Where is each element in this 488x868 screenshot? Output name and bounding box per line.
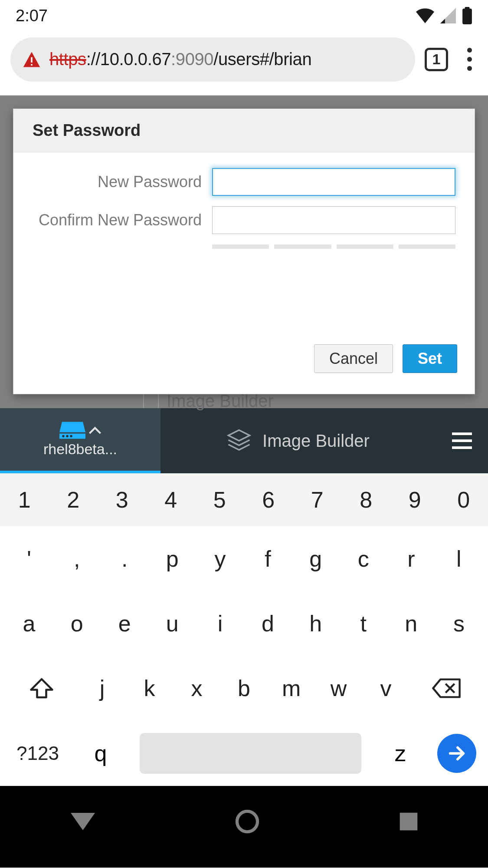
key-v[interactable]: v (362, 656, 409, 721)
set-password-modal: Set Password New Password Confirm New Pa… (13, 109, 475, 394)
phone-statusbar: 2:07 (0, 0, 488, 31)
key-o[interactable]: o (53, 591, 101, 656)
key-shift[interactable] (5, 656, 79, 721)
svg-point-7 (70, 435, 72, 437)
kb-tab-builder[interactable]: Image Builder (160, 429, 436, 453)
key-0[interactable]: 0 (439, 473, 488, 526)
backspace-icon (432, 678, 461, 699)
key-h[interactable]: h (292, 591, 340, 656)
insecure-warning-icon (23, 50, 41, 69)
kb-builder-label: Image Builder (262, 431, 370, 451)
nav-recents-button[interactable] (398, 811, 419, 834)
layers-icon (227, 429, 251, 453)
key-period[interactable]: . (101, 526, 148, 591)
key-8[interactable]: 8 (342, 473, 391, 526)
key-i[interactable]: i (196, 591, 244, 656)
key-6[interactable]: 6 (244, 473, 293, 526)
key-5[interactable]: 5 (195, 473, 244, 526)
key-m[interactable]: m (268, 656, 315, 721)
key-y[interactable]: y (196, 526, 244, 591)
confirm-password-row: Confirm New Password (33, 206, 455, 234)
svg-rect-2 (31, 57, 33, 62)
key-u[interactable]: u (148, 591, 196, 656)
keyboard-row-3: j k x b m w v (0, 656, 488, 721)
nav-back-button[interactable] (69, 811, 97, 834)
key-x[interactable]: x (173, 656, 220, 721)
kb-tab-label: rhel8beta... (43, 441, 117, 458)
svg-rect-9 (400, 813, 418, 831)
password-strength-meter (212, 244, 455, 249)
key-f[interactable]: f (244, 526, 291, 591)
android-navbar (0, 786, 488, 868)
key-4[interactable]: 4 (147, 473, 196, 526)
key-j[interactable]: j (79, 656, 126, 721)
shift-icon (29, 676, 54, 700)
key-a[interactable]: a (5, 591, 53, 656)
cell-icon (440, 8, 456, 23)
keyboard-row-2: a o e u i d h t n s (0, 591, 488, 656)
key-2[interactable]: 2 (49, 473, 98, 526)
square-icon (398, 811, 419, 832)
page-area: Image Builder Set Password New Password … (0, 96, 488, 408)
key-backspace[interactable] (409, 656, 483, 721)
confirm-password-input[interactable] (212, 206, 455, 234)
modal-footer: Cancel Set (13, 334, 475, 394)
key-s[interactable]: s (435, 591, 483, 656)
key-9[interactable]: 9 (390, 473, 439, 526)
key-c[interactable]: c (340, 526, 387, 591)
key-r[interactable]: r (387, 526, 435, 591)
circle-icon (235, 809, 260, 834)
key-p[interactable]: p (148, 526, 196, 591)
key-comma[interactable]: , (53, 526, 101, 591)
chevron-up-icon (89, 426, 101, 434)
svg-point-8 (237, 811, 258, 832)
key-l[interactable]: l (435, 526, 483, 591)
svg-rect-3 (31, 64, 33, 66)
key-w[interactable]: w (315, 656, 362, 721)
cancel-button[interactable]: Cancel (314, 344, 393, 373)
modal-title: Set Password (13, 109, 475, 152)
browser-menu-button[interactable] (458, 48, 481, 71)
modal-body: New Password Confirm New Password (13, 152, 475, 334)
battery-icon (462, 7, 472, 24)
key-n[interactable]: n (387, 591, 435, 656)
key-q[interactable]: q (75, 740, 127, 766)
key-apostrophe[interactable]: ' (5, 526, 53, 591)
tab-switcher[interactable]: 1 (425, 48, 448, 71)
keyboard-menu-button[interactable] (436, 432, 488, 449)
status-icons (416, 7, 472, 24)
key-t[interactable]: t (340, 591, 387, 656)
key-3[interactable]: 3 (98, 473, 147, 526)
keyboard-space-row: ?123 q z (0, 721, 488, 786)
svg-point-5 (62, 435, 64, 437)
key-k[interactable]: k (126, 656, 173, 721)
key-d[interactable]: d (244, 591, 291, 656)
wifi-icon (416, 8, 434, 23)
url-text: https://10.0.0.67:9090/users#/brian (49, 50, 311, 69)
kb-tab-host[interactable]: rhel8beta... (0, 408, 160, 473)
browser-chrome: https://10.0.0.67:9090/users#/brian 1 (0, 31, 488, 96)
triangle-down-icon (69, 811, 97, 832)
url-bar[interactable]: https://10.0.0.67:9090/users#/brian (10, 37, 415, 82)
nav-home-button[interactable] (235, 809, 260, 836)
key-e[interactable]: e (101, 591, 148, 656)
arrow-right-icon (447, 743, 467, 763)
key-z[interactable]: z (374, 740, 426, 766)
key-space[interactable] (140, 733, 361, 774)
tab-count: 1 (432, 51, 441, 68)
key-symbols[interactable]: ?123 (5, 743, 70, 764)
new-password-input[interactable] (212, 168, 455, 196)
svg-rect-1 (465, 7, 470, 9)
key-b[interactable]: b (220, 656, 268, 721)
key-7[interactable]: 7 (293, 473, 342, 526)
server-icon (59, 422, 85, 439)
set-button[interactable]: Set (403, 344, 457, 373)
keyboard-row-1: ' , . p y f g c r l (0, 526, 488, 591)
checkbox-icon (143, 393, 159, 409)
key-g[interactable]: g (292, 526, 340, 591)
new-password-row: New Password (33, 168, 455, 196)
new-password-label: New Password (33, 173, 202, 191)
key-enter[interactable] (431, 734, 483, 773)
key-1[interactable]: 1 (0, 473, 49, 526)
svg-rect-0 (462, 9, 472, 24)
